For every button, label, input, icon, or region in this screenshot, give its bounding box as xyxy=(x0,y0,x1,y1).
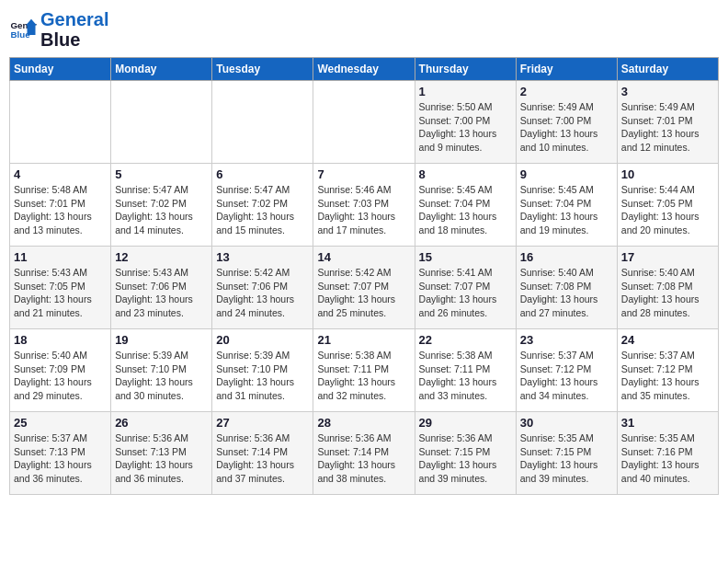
calendar-cell: 22Sunrise: 5:38 AM Sunset: 7:11 PM Dayli… xyxy=(415,329,516,412)
day-number: 3 xyxy=(621,85,714,98)
day-number: 30 xyxy=(520,416,613,430)
calendar-body: 1Sunrise: 5:50 AM Sunset: 7:00 PM Daylig… xyxy=(10,81,719,495)
calendar-cell xyxy=(10,81,111,164)
calendar-cell: 15Sunrise: 5:41 AM Sunset: 7:07 PM Dayli… xyxy=(415,247,516,329)
day-info: Sunrise: 5:43 AM Sunset: 7:05 PM Dayligh… xyxy=(14,266,107,320)
calendar-cell: 3Sunrise: 5:49 AM Sunset: 7:01 PM Daylig… xyxy=(617,81,718,164)
day-info: Sunrise: 5:37 AM Sunset: 7:12 PM Dayligh… xyxy=(621,349,714,403)
day-number: 19 xyxy=(115,333,208,347)
day-number: 10 xyxy=(621,167,714,181)
calendar-week: 4Sunrise: 5:48 AM Sunset: 7:01 PM Daylig… xyxy=(10,164,719,247)
calendar-cell xyxy=(111,81,212,164)
logo: General Blue GeneralBlue xyxy=(9,9,108,50)
day-info: Sunrise: 5:39 AM Sunset: 7:10 PM Dayligh… xyxy=(115,349,208,403)
day-info: Sunrise: 5:47 AM Sunset: 7:02 PM Dayligh… xyxy=(216,183,309,237)
calendar-cell: 11Sunrise: 5:43 AM Sunset: 7:05 PM Dayli… xyxy=(10,247,111,329)
day-info: Sunrise: 5:40 AM Sunset: 7:08 PM Dayligh… xyxy=(621,266,714,320)
day-info: Sunrise: 5:50 AM Sunset: 7:00 PM Dayligh… xyxy=(419,100,512,155)
weekday-header: Wednesday xyxy=(313,58,415,81)
calendar-cell: 26Sunrise: 5:36 AM Sunset: 7:13 PM Dayli… xyxy=(111,412,212,495)
calendar-cell: 2Sunrise: 5:49 AM Sunset: 7:00 PM Daylig… xyxy=(516,81,617,164)
day-info: Sunrise: 5:49 AM Sunset: 7:00 PM Dayligh… xyxy=(520,100,613,155)
day-number: 26 xyxy=(115,416,208,430)
calendar-cell: 12Sunrise: 5:43 AM Sunset: 7:06 PM Dayli… xyxy=(111,247,212,329)
day-number: 25 xyxy=(14,416,107,430)
weekday-header: Tuesday xyxy=(212,58,313,81)
calendar-cell: 23Sunrise: 5:37 AM Sunset: 7:12 PM Dayli… xyxy=(516,329,617,412)
calendar-cell: 29Sunrise: 5:36 AM Sunset: 7:15 PM Dayli… xyxy=(415,412,516,495)
calendar-header: SundayMondayTuesdayWednesdayThursdayFrid… xyxy=(10,58,719,81)
weekday-header: Thursday xyxy=(415,58,516,81)
day-info: Sunrise: 5:39 AM Sunset: 7:10 PM Dayligh… xyxy=(216,349,309,403)
weekday-header: Monday xyxy=(111,58,212,81)
day-number: 28 xyxy=(317,416,410,430)
day-info: Sunrise: 5:42 AM Sunset: 7:06 PM Dayligh… xyxy=(216,266,309,320)
day-info: Sunrise: 5:38 AM Sunset: 7:11 PM Dayligh… xyxy=(419,349,512,403)
day-info: Sunrise: 5:49 AM Sunset: 7:01 PM Dayligh… xyxy=(621,100,714,155)
day-number: 17 xyxy=(621,250,714,264)
calendar-cell: 16Sunrise: 5:40 AM Sunset: 7:08 PM Dayli… xyxy=(516,247,617,329)
calendar-cell xyxy=(212,81,313,164)
weekday-header: Friday xyxy=(516,58,617,81)
day-info: Sunrise: 5:37 AM Sunset: 7:12 PM Dayligh… xyxy=(520,349,613,403)
logo-text: GeneralBlue xyxy=(40,9,108,50)
calendar-cell: 7Sunrise: 5:46 AM Sunset: 7:03 PM Daylig… xyxy=(313,164,415,247)
day-number: 23 xyxy=(520,333,613,347)
day-number: 7 xyxy=(317,167,410,181)
day-number: 6 xyxy=(216,167,309,181)
calendar-cell: 10Sunrise: 5:44 AM Sunset: 7:05 PM Dayli… xyxy=(617,164,718,247)
day-info: Sunrise: 5:38 AM Sunset: 7:11 PM Dayligh… xyxy=(317,349,410,403)
calendar-cell: 5Sunrise: 5:47 AM Sunset: 7:02 PM Daylig… xyxy=(111,164,212,247)
day-info: Sunrise: 5:43 AM Sunset: 7:06 PM Dayligh… xyxy=(115,266,208,320)
calendar-cell: 13Sunrise: 5:42 AM Sunset: 7:06 PM Dayli… xyxy=(212,247,313,329)
day-number: 2 xyxy=(520,85,613,98)
day-info: Sunrise: 5:36 AM Sunset: 7:14 PM Dayligh… xyxy=(317,431,410,486)
day-number: 15 xyxy=(419,250,512,264)
day-number: 27 xyxy=(216,416,309,430)
day-number: 31 xyxy=(621,416,714,430)
day-info: Sunrise: 5:46 AM Sunset: 7:03 PM Dayligh… xyxy=(317,183,410,237)
day-info: Sunrise: 5:40 AM Sunset: 7:09 PM Dayligh… xyxy=(14,349,107,403)
day-info: Sunrise: 5:35 AM Sunset: 7:16 PM Dayligh… xyxy=(621,431,714,486)
day-number: 4 xyxy=(14,167,107,181)
calendar-cell: 8Sunrise: 5:45 AM Sunset: 7:04 PM Daylig… xyxy=(415,164,516,247)
day-info: Sunrise: 5:36 AM Sunset: 7:15 PM Dayligh… xyxy=(419,431,512,486)
day-number: 8 xyxy=(419,167,512,181)
page-header: General Blue GeneralBlue xyxy=(9,9,719,50)
day-number: 5 xyxy=(115,167,208,181)
calendar-cell: 31Sunrise: 5:35 AM Sunset: 7:16 PM Dayli… xyxy=(617,412,718,495)
calendar-cell: 1Sunrise: 5:50 AM Sunset: 7:00 PM Daylig… xyxy=(415,81,516,164)
day-number: 21 xyxy=(317,333,410,347)
day-info: Sunrise: 5:35 AM Sunset: 7:15 PM Dayligh… xyxy=(520,431,613,486)
calendar-week: 25Sunrise: 5:37 AM Sunset: 7:13 PM Dayli… xyxy=(10,412,719,495)
day-info: Sunrise: 5:45 AM Sunset: 7:04 PM Dayligh… xyxy=(419,183,512,237)
logo-icon: General Blue xyxy=(9,16,37,43)
day-number: 18 xyxy=(14,333,107,347)
day-number: 13 xyxy=(216,250,309,264)
calendar-cell: 17Sunrise: 5:40 AM Sunset: 7:08 PM Dayli… xyxy=(617,247,718,329)
day-number: 12 xyxy=(115,250,208,264)
day-number: 16 xyxy=(520,250,613,264)
calendar-cell: 24Sunrise: 5:37 AM Sunset: 7:12 PM Dayli… xyxy=(617,329,718,412)
day-number: 1 xyxy=(419,85,512,98)
day-info: Sunrise: 5:48 AM Sunset: 7:01 PM Dayligh… xyxy=(14,183,107,237)
calendar-cell: 30Sunrise: 5:35 AM Sunset: 7:15 PM Dayli… xyxy=(516,412,617,495)
calendar-cell: 20Sunrise: 5:39 AM Sunset: 7:10 PM Dayli… xyxy=(212,329,313,412)
calendar-cell xyxy=(313,81,415,164)
day-info: Sunrise: 5:41 AM Sunset: 7:07 PM Dayligh… xyxy=(419,266,512,320)
calendar-cell: 6Sunrise: 5:47 AM Sunset: 7:02 PM Daylig… xyxy=(212,164,313,247)
day-info: Sunrise: 5:36 AM Sunset: 7:13 PM Dayligh… xyxy=(115,431,208,486)
day-info: Sunrise: 5:44 AM Sunset: 7:05 PM Dayligh… xyxy=(621,183,714,237)
day-info: Sunrise: 5:47 AM Sunset: 7:02 PM Dayligh… xyxy=(115,183,208,237)
weekday-header: Sunday xyxy=(10,58,111,81)
day-number: 29 xyxy=(419,416,512,430)
calendar-cell: 27Sunrise: 5:36 AM Sunset: 7:14 PM Dayli… xyxy=(212,412,313,495)
calendar-cell: 18Sunrise: 5:40 AM Sunset: 7:09 PM Dayli… xyxy=(10,329,111,412)
day-number: 14 xyxy=(317,250,410,264)
day-number: 24 xyxy=(621,333,714,347)
day-info: Sunrise: 5:37 AM Sunset: 7:13 PM Dayligh… xyxy=(14,431,107,486)
calendar-cell: 4Sunrise: 5:48 AM Sunset: 7:01 PM Daylig… xyxy=(10,164,111,247)
day-info: Sunrise: 5:40 AM Sunset: 7:08 PM Dayligh… xyxy=(520,266,613,320)
calendar-cell: 14Sunrise: 5:42 AM Sunset: 7:07 PM Dayli… xyxy=(313,247,415,329)
calendar-cell: 21Sunrise: 5:38 AM Sunset: 7:11 PM Dayli… xyxy=(313,329,415,412)
